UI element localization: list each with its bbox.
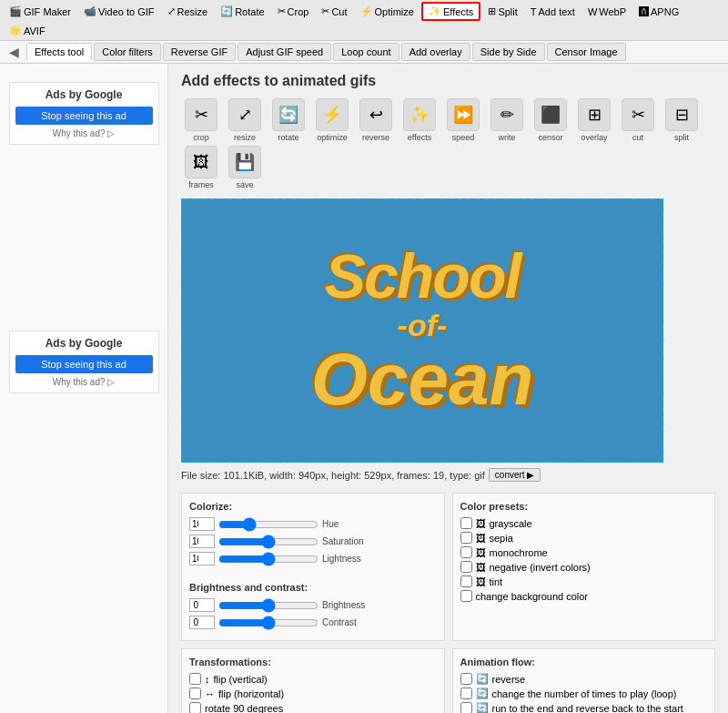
effects-icon: ✨: [429, 5, 441, 17]
saturation-range[interactable]: [218, 535, 318, 548]
split-tool-label: split: [674, 133, 689, 142]
main-layout: ◀ Ads by Google Stop seeing this ad Why …: [0, 64, 728, 713]
tool-icons-row: ✂ crop ⤢ resize 🔄 rotate ⚡ optimize ↩ re…: [181, 98, 715, 189]
tool-icon-cut[interactable]: ✂ cut: [618, 98, 658, 142]
optimize-icon: ⚡: [360, 5, 373, 17]
tab-censor-image[interactable]: Censor Image: [547, 43, 626, 61]
flip-vertical-icon: ↕: [205, 674, 210, 685]
animation-flow-label: Animation flow:: [460, 657, 708, 667]
lightness-label: Lightness: [322, 554, 361, 564]
cut-icon: ✂: [321, 5, 329, 17]
tool-icon-write[interactable]: ✏ write: [487, 98, 527, 142]
brightness-range[interactable]: [218, 599, 318, 612]
tab-add-overlay[interactable]: Add overlay: [401, 43, 470, 61]
nav-optimize[interactable]: ⚡ Optimize: [355, 4, 420, 19]
colorize-label: Colorize:: [189, 501, 437, 512]
nav-rotate[interactable]: 🔄 Rotate: [215, 4, 269, 19]
nav-add-text[interactable]: T Add text: [525, 5, 581, 19]
hue-row: Hue: [189, 517, 437, 531]
hue-range[interactable]: [218, 518, 318, 531]
saturation-input[interactable]: [189, 535, 215, 548]
crop-tool-icon: ✂: [185, 98, 217, 131]
convert-button[interactable]: convert ▶: [489, 468, 541, 482]
tab-adjust-gif-speed[interactable]: Adjust GIF speed: [238, 43, 331, 61]
resize-tool-label: resize: [234, 133, 256, 142]
tool-icon-split[interactable]: ⊟ split: [662, 98, 702, 142]
speed-tool-label: speed: [452, 133, 475, 142]
resize-tool-icon: ⤢: [228, 98, 261, 131]
nav-webp[interactable]: W WebP: [582, 5, 632, 19]
brightness-input[interactable]: [189, 598, 215, 612]
contrast-input[interactable]: [189, 616, 215, 629]
crop-icon: ✂: [278, 5, 286, 17]
lightness-range[interactable]: [218, 553, 318, 565]
ad-why-top[interactable]: Why this ad? ▷: [15, 128, 153, 138]
animation-flow-panel: Animation flow: 🔄 reverse 🔄 change the n…: [452, 648, 716, 713]
tab-loop-count[interactable]: Loop count: [333, 43, 399, 61]
nav-video-to-gif[interactable]: 📹 Video to GIF: [78, 4, 160, 19]
tool-tabs: ◀ Effects tool Color filters Reverse GIF…: [0, 41, 728, 64]
anim-reverse-checkbox[interactable]: [460, 673, 472, 685]
tool-icon-save[interactable]: 💾 save: [225, 146, 265, 189]
preset-negative-icon: 🖼: [476, 562, 486, 573]
tab-color-filters[interactable]: Color filters: [94, 43, 161, 61]
flip-horizontal-checkbox[interactable]: [189, 688, 201, 699]
stop-seeing-ad-btn-bottom[interactable]: Stop seeing this ad: [15, 355, 153, 373]
nav-avif[interactable]: 🌟 AVIF: [4, 23, 51, 38]
tab-side-by-side[interactable]: Side by Side: [472, 43, 545, 61]
contrast-range[interactable]: [218, 616, 318, 629]
tool-icon-frames[interactable]: 🖼 frames: [181, 146, 221, 189]
save-tool-label: save: [236, 180, 253, 189]
apng-icon: 🅰: [639, 6, 649, 17]
gif-text-school: School: [311, 245, 534, 307]
flip-vertical-label: flip (vertical): [214, 674, 268, 685]
tool-icon-optimize[interactable]: ⚡ optimize: [312, 98, 352, 142]
stop-seeing-ad-btn-top[interactable]: Stop seeing this ad: [15, 107, 153, 125]
preset-grayscale-checkbox[interactable]: [460, 517, 472, 529]
nav-effects[interactable]: ✨ Effects: [421, 2, 480, 21]
preset-negative-checkbox[interactable]: [460, 561, 472, 573]
anim-loop-checkbox[interactable]: [460, 688, 472, 699]
preset-sepia-icon: 🖼: [476, 533, 486, 544]
options-row-1: Colorize: Hue Saturation Lightness: [181, 493, 715, 641]
tool-icon-censor[interactable]: ⬛ censor: [531, 98, 571, 142]
preset-sepia-row: 🖼 sepia: [460, 532, 708, 544]
nav-crop[interactable]: ✂ Crop: [272, 4, 315, 19]
nav-split[interactable]: ⊞ Split: [482, 4, 522, 19]
tab-effects-tool[interactable]: Effects tool: [26, 43, 92, 61]
anim-run-reverse-row: 🔄 run to the end and reverse back to the…: [460, 702, 708, 713]
rotate-90-checkbox[interactable]: [189, 702, 201, 713]
preset-sepia-checkbox[interactable]: [460, 532, 472, 544]
reverse-tool-icon: ↩: [359, 98, 392, 131]
flip-horizontal-icon: ↔: [205, 688, 215, 699]
flip-vertical-checkbox[interactable]: [189, 673, 201, 685]
preset-monochrome-checkbox[interactable]: [460, 546, 472, 558]
back-arrow[interactable]: ◀: [4, 43, 25, 61]
tool-icon-effects[interactable]: ✨ effects: [399, 98, 440, 142]
nav-apng[interactable]: 🅰 APNG: [633, 5, 684, 19]
preset-sepia-label: sepia: [490, 533, 513, 544]
nav-resize[interactable]: ⤢ Resize: [162, 4, 214, 19]
tool-icon-reverse[interactable]: ↩ reverse: [356, 98, 396, 142]
colorize-panel: Colorize: Hue Saturation Lightness: [181, 493, 445, 641]
nav-cut[interactable]: ✂ Cut: [316, 4, 352, 19]
anim-loop-row: 🔄 change the number of times to play (lo…: [460, 688, 708, 699]
brightness-contrast-label: Brightness and contrast:: [189, 582, 437, 593]
tool-icon-speed[interactable]: ⏩ speed: [443, 98, 483, 142]
preset-monochrome-label: monochrome: [490, 547, 548, 558]
tab-reverse-gif[interactable]: Reverse GIF: [163, 43, 236, 61]
tool-icon-resize[interactable]: ⤢ resize: [225, 98, 265, 142]
ad-title-bottom: Ads by Google: [15, 337, 153, 350]
preset-tint-checkbox[interactable]: [460, 575, 472, 587]
preset-monochrome-row: 🖼 monochrome: [460, 546, 708, 558]
ad-why-bottom[interactable]: Why this ad? ▷: [15, 377, 153, 387]
lightness-input[interactable]: [189, 552, 215, 565]
tool-icon-rotate[interactable]: 🔄 rotate: [268, 98, 308, 142]
tool-icon-overlay[interactable]: ⊞ overlay: [574, 98, 614, 142]
split-icon: ⊞: [488, 5, 496, 17]
anim-run-reverse-checkbox[interactable]: [460, 702, 472, 713]
preset-change-bg-checkbox[interactable]: [460, 590, 472, 602]
hue-input[interactable]: [189, 517, 215, 531]
nav-gif-maker[interactable]: 🎬 GIF Maker: [4, 4, 76, 19]
tool-icon-crop[interactable]: ✂ crop: [181, 98, 221, 142]
